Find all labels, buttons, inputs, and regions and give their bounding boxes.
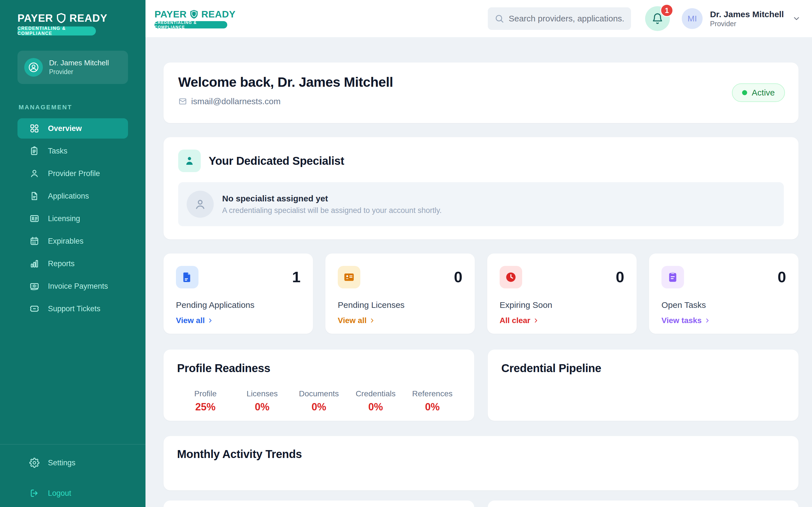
search-icon: [495, 14, 504, 23]
search-box: [488, 7, 631, 30]
specialist-header: Your Dedicated Specialist: [178, 150, 784, 172]
specialist-empty-subtitle: A credentialing specialist will be assig…: [222, 206, 442, 215]
sidebar-user-text: Dr. James Mitchell Provider: [49, 58, 109, 76]
stat-card-pending-applications: 1 Pending Applications View all: [163, 253, 313, 334]
grid-icon: [29, 123, 40, 133]
stat-label: Open Tasks: [661, 300, 786, 310]
sidebar-nav: Overview Tasks Provider Profile: [0, 118, 146, 319]
clock-filled-icon: [500, 266, 522, 288]
profile-readiness-card: Profile Readiness Profile 25% Licenses 0…: [163, 349, 474, 421]
readiness-metric: Profile 25%: [177, 389, 234, 413]
circle-user-icon: [24, 58, 43, 76]
all-clear-link[interactable]: All clear: [500, 316, 539, 325]
sidebar-item-settings[interactable]: Settings: [17, 453, 128, 473]
sidebar-item-label: Settings: [48, 459, 75, 467]
chevron-right-icon: [207, 317, 214, 324]
sidebar-item-label: Tasks: [48, 147, 67, 156]
document-icon: [29, 191, 40, 201]
profile-menu-button[interactable]: [792, 14, 801, 23]
sidebar-item-licensing[interactable]: Licensing: [17, 209, 128, 229]
stat-card-pending-licenses: 0 Pending Licenses View all: [325, 253, 475, 334]
credential-pipeline-title: Credential Pipeline: [501, 362, 785, 375]
sidebar-item-logout[interactable]: Logout: [17, 483, 128, 503]
sidebar-item-invoice-payments[interactable]: Invoice Payments: [17, 276, 128, 296]
sidebar-item-overview[interactable]: Overview: [17, 118, 128, 138]
user-email-row: ismail@dollarnests.com: [178, 97, 784, 106]
specialist-empty-text: No specialist assigned yet A credentiali…: [222, 194, 442, 215]
brand-name-left: PAYER: [154, 9, 187, 20]
view-all-applications-link[interactable]: View all: [176, 316, 214, 325]
readiness-metric: Licenses 0%: [234, 389, 290, 413]
header-user-text: Dr. James Mitchell Provider: [710, 9, 784, 29]
bottom-cards-row: [163, 501, 799, 507]
notifications-button[interactable]: 1: [645, 6, 670, 31]
shield-icon: [55, 12, 67, 24]
sidebar: PAYER READY CREDENTIALING & COMPLIANCE D…: [0, 0, 146, 507]
chevron-right-icon: [532, 317, 539, 324]
specialist-person-icon: [178, 150, 201, 172]
sidebar-item-label: Support Tickets: [48, 304, 100, 313]
gear-icon: [29, 458, 40, 468]
search-input[interactable]: [509, 14, 624, 23]
header-user-name: Dr. James Mitchell: [710, 9, 784, 20]
sidebar-footer: Settings Logout: [0, 444, 146, 507]
notification-badge: 1: [660, 4, 673, 17]
envelope-icon: [178, 97, 187, 106]
readiness-metric: References 0%: [404, 389, 461, 413]
status-dot-icon: [742, 90, 747, 95]
sidebar-item-label: Licensing: [48, 214, 80, 223]
specialist-card: Your Dedicated Specialist No specialist …: [163, 137, 799, 239]
monthly-activity-card: Monthly Activity Trends: [163, 436, 799, 490]
partial-card: [163, 501, 474, 507]
banknote-icon: [29, 281, 40, 291]
readiness-pipeline-row: Profile Readiness Profile 25% Licenses 0…: [163, 349, 799, 421]
sidebar-item-support-tickets[interactable]: Support Tickets: [17, 298, 128, 319]
chevron-right-icon: [369, 317, 375, 324]
specialist-title: Your Dedicated Specialist: [209, 155, 344, 167]
brand-tagline: CREDENTIALING & COMPLIANCE: [17, 26, 96, 36]
status-badge: Active: [732, 83, 785, 102]
stat-value: 0: [616, 269, 624, 284]
view-tasks-link[interactable]: View tasks: [661, 316, 711, 325]
brand-tagline: CREDENTIALING & COMPLIANCE: [154, 21, 227, 29]
user-email: ismail@dollarnests.com: [191, 97, 281, 106]
header-logo: PAYER READY CREDENTIALING & COMPLIANCE: [154, 9, 236, 29]
sidebar-item-label: Expirables: [48, 237, 84, 245]
brand-name-right: READY: [69, 12, 107, 24]
sidebar-user-card[interactable]: Dr. James Mitchell Provider: [17, 51, 128, 84]
profile-readiness-title: Profile Readiness: [177, 362, 461, 375]
sidebar-logo: PAYER READY CREDENTIALING & COMPLIANCE: [17, 12, 146, 36]
readiness-metric: Documents 0%: [290, 389, 347, 413]
header-brand-wordmark: PAYER READY: [154, 9, 236, 20]
id-card-filled-icon: [338, 266, 360, 288]
stats-row: 1 Pending Applications View all: [163, 253, 799, 334]
brand-wordmark: PAYER READY: [17, 12, 146, 24]
specialist-empty-title: No specialist assigned yet: [222, 194, 442, 203]
sidebar-section-label: MANAGEMENT: [18, 104, 146, 111]
stat-card-expiring-soon: 0 Expiring Soon All clear: [487, 253, 637, 334]
sidebar-item-applications[interactable]: Applications: [17, 186, 128, 206]
credential-pipeline-card: Credential Pipeline: [488, 349, 799, 421]
stat-label: Pending Licenses: [338, 300, 462, 310]
stat-card-open-tasks: 0 Open Tasks View tasks: [649, 253, 799, 334]
welcome-card: Welcome back, Dr. James Mitchell ismail@…: [163, 62, 799, 123]
sidebar-item-provider-profile[interactable]: Provider Profile: [17, 163, 128, 184]
sidebar-item-expirables[interactable]: Expirables: [17, 231, 128, 251]
person-placeholder-icon: [187, 191, 214, 218]
header-user-role: Provider: [710, 19, 784, 28]
main-column: PAYER READY CREDENTIALING & COMPLIANCE: [146, 0, 812, 507]
sidebar-item-label: Reports: [48, 260, 75, 268]
avatar[interactable]: MI: [682, 8, 703, 29]
monthly-activity-title: Monthly Activity Trends: [177, 448, 785, 460]
bar-chart-icon: [29, 259, 40, 269]
top-header: PAYER READY CREDENTIALING & COMPLIANCE: [146, 0, 812, 37]
sidebar-item-tasks[interactable]: Tasks: [17, 141, 128, 161]
sidebar-item-reports[interactable]: Reports: [17, 253, 128, 274]
readiness-metric: Credentials 0%: [347, 389, 404, 413]
ticket-icon: [29, 304, 40, 314]
view-all-licenses-link[interactable]: View all: [338, 316, 375, 325]
specialist-empty-state: No specialist assigned yet A credentiali…: [178, 182, 784, 226]
calendar-icon: [29, 236, 40, 246]
main-content: Welcome back, Dr. James Mitchell ismail@…: [146, 37, 812, 507]
sidebar-item-label: Invoice Payments: [48, 282, 108, 291]
